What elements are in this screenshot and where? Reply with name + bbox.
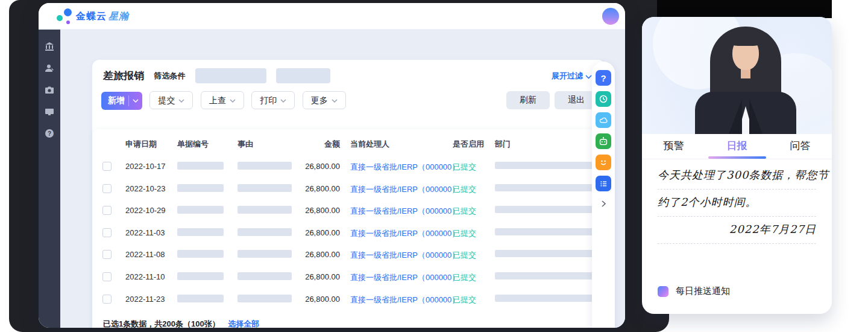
submit-button[interactable]: 提交 (149, 91, 193, 109)
cell-reason-placeholder (237, 228, 292, 236)
refresh-button[interactable]: 刷新 (506, 91, 550, 109)
cell-handler-link[interactable]: 直接一级省批/IERP（000000） (350, 272, 459, 283)
cell-doc-no-placeholder (177, 184, 224, 192)
cell-date: 2022-10-17 (125, 162, 166, 171)
filter-chip-placeholder[interactable] (276, 68, 330, 83)
cell-date: 2022-10-23 (125, 184, 166, 193)
portrait-fringe (730, 33, 761, 46)
logo-text-secondary: 星瀚 (108, 11, 129, 21)
tab-daily-report[interactable]: 日报 (705, 134, 769, 159)
note-line: 约了2个小时时间。 (658, 190, 816, 217)
cell-dept-placeholder (495, 295, 594, 302)
cell-doc-no-placeholder (177, 162, 224, 170)
filter-label: 筛选条件 (154, 71, 185, 80)
portrait-lapel (749, 99, 763, 134)
cell-status: 已提交 (453, 162, 476, 173)
cloud-icon[interactable] (596, 112, 611, 128)
brand-logo[interactable]: 金蝶云星瀚 (51, 7, 159, 25)
expand-filter-link[interactable]: 展开过滤 (552, 71, 592, 81)
cell-dept-placeholder (495, 206, 594, 213)
cell-status: 已提交 (453, 206, 476, 217)
daily-push-row: 每日推送通知 (658, 286, 730, 297)
row-checkbox[interactable] (102, 162, 112, 171)
cell-handler-link[interactable]: 直接一级省批/IERP（000000） (350, 162, 459, 173)
cell-dept-placeholder (495, 184, 594, 191)
col-header-date: 申请日期 (125, 139, 157, 150)
cell-amount: 26,800.00 (291, 206, 340, 215)
cell-amount: 26,800.00 (291, 162, 340, 171)
portrait-lapel (729, 99, 742, 134)
row-checkbox[interactable] (102, 250, 112, 259)
cell-amount: 26,800.00 (291, 295, 340, 304)
chevron-down-icon (280, 99, 286, 103)
table-header-row: 申请日期 单据编号 事由 金额 当前处理人 是否启用 部门 (92, 129, 605, 156)
col-header-amount: 金额 (291, 139, 340, 150)
cell-doc-no-placeholder (177, 295, 224, 302)
cell-dept-placeholder (495, 228, 594, 235)
user-avatar[interactable] (602, 8, 619, 25)
row-checkbox[interactable] (102, 272, 112, 281)
help-icon[interactable]: ? (596, 70, 611, 86)
smiley-icon[interactable] (596, 155, 611, 170)
cell-handler-link[interactable]: 直接一级省批/IERP（000000） (350, 250, 459, 261)
tab-alerts[interactable]: 预警 (642, 134, 705, 159)
camera-icon[interactable] (45, 85, 54, 95)
row-checkbox[interactable] (102, 206, 112, 215)
data-table: 申请日期 单据编号 事由 金额 当前处理人 是否启用 部门 2022-10-17… (92, 129, 605, 328)
filter-chip-placeholder[interactable] (195, 68, 266, 83)
floating-toolbar: ? (592, 62, 615, 328)
print-button[interactable]: 打印 (251, 91, 295, 109)
help-circle-icon[interactable]: ? (45, 129, 54, 138)
page-title: 差旅报销 (103, 69, 144, 83)
table-row: 2022-10-29 26,800.00 直接一级省批/IERP（000000）… (92, 200, 605, 222)
row-checkbox[interactable] (102, 228, 112, 237)
logo-dot-purple-icon (66, 21, 70, 24)
more-button[interactable]: 更多 (303, 91, 346, 109)
lookup-button[interactable]: 上查 (201, 91, 244, 109)
cell-reason-placeholder (237, 295, 292, 302)
cell-handler-link[interactable]: 直接一级省批/IERP（000000） (350, 228, 459, 239)
cell-amount: 26,800.00 (291, 228, 340, 237)
assistant-portrait-photo (642, 17, 832, 134)
new-button[interactable]: 新增 (101, 92, 142, 110)
chevron-down-icon (133, 99, 139, 103)
table-row: 2022-10-17 26,800.00 直接一级省批/IERP（000000）… (92, 156, 605, 178)
cell-dept-placeholder (495, 272, 594, 279)
cell-status: 已提交 (453, 184, 476, 195)
cell-handler-link[interactable]: 直接一级省批/IERP（000000） (350, 184, 459, 195)
table-row: 2022-11-10 26,800.00 直接一级省批/IERP（000000）… (92, 266, 605, 289)
daily-push-checkbox[interactable] (658, 286, 668, 297)
content-card: 差旅报销 筛选条件 展开过滤 新增 提交 上查 打印 更多 退出 刷新 (92, 60, 605, 328)
left-sidebar: ? (39, 30, 60, 328)
cell-doc-no-placeholder (177, 272, 224, 280)
cell-reason-placeholder (237, 162, 292, 170)
col-header-handler: 当前处理人 (350, 139, 389, 150)
app-window: 金蝶云星瀚 ? 差旅报销 (39, 3, 625, 328)
cell-status: 已提交 (453, 295, 476, 305)
select-all-link[interactable]: 选择全部 (228, 319, 259, 328)
robot-icon[interactable] (596, 133, 611, 149)
cell-date: 2022-11-23 (125, 295, 165, 304)
row-checkbox[interactable] (102, 184, 112, 193)
logo-dot-blue-icon (64, 8, 72, 16)
collapse-chevron-right-icon[interactable] (601, 199, 606, 210)
chevron-down-icon (230, 99, 236, 103)
clock-icon[interactable] (596, 91, 611, 107)
cell-reason-placeholder (237, 250, 292, 258)
row-checkbox[interactable] (102, 295, 112, 304)
cell-handler-link[interactable]: 直接一级省批/IERP（000000） (350, 206, 459, 217)
chevron-down-icon (178, 99, 184, 103)
active-tab-underline (708, 156, 766, 159)
svg-text:?: ? (48, 130, 51, 137)
monitor-icon[interactable] (45, 107, 54, 117)
cell-date: 2022-11-08 (125, 250, 165, 259)
card-header: 差旅报销 筛选条件 展开过滤 (103, 68, 594, 85)
cell-doc-no-placeholder (177, 250, 224, 258)
list-icon[interactable] (596, 176, 611, 191)
cell-status: 已提交 (453, 272, 476, 283)
tab-qa[interactable]: 问答 (769, 134, 832, 159)
assistant-panel: 预警 日报 问答 今天共处理了300条数据，帮您节 约了2个小时时间。 2022… (642, 17, 832, 314)
people-icon[interactable] (45, 63, 54, 73)
cell-handler-link[interactable]: 直接一级省批/IERP（000000） (350, 295, 459, 305)
bank-icon[interactable] (45, 42, 54, 51)
